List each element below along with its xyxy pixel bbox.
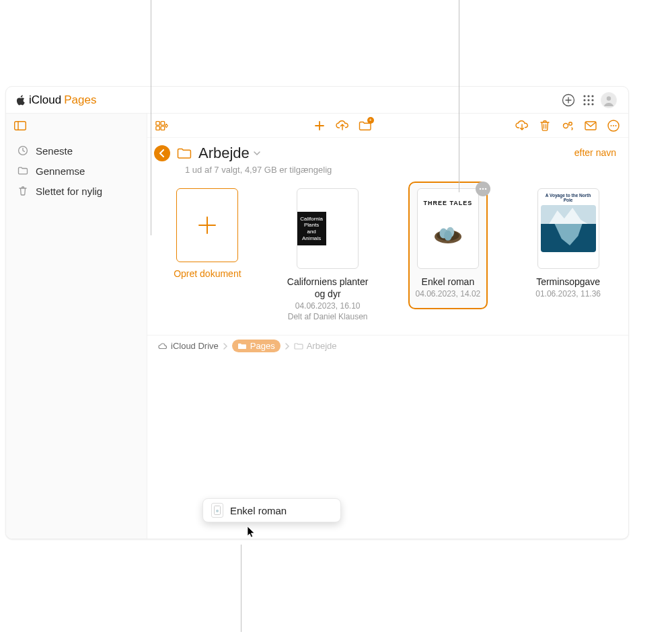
app-bar: iCloud Pages — [6, 87, 628, 114]
breadcrumb-current[interactable]: Arbejde — [294, 341, 337, 351]
breadcrumb-label: Arbejde — [307, 341, 337, 351]
document-card[interactable]: California Plants and Animals Californie… — [281, 188, 375, 321]
chevron-right-icon — [285, 343, 290, 350]
svg-point-19 — [564, 123, 568, 128]
plus-icon — [176, 188, 238, 262]
svg-point-4 — [583, 99, 585, 101]
toggle-sidebar-icon[interactable] — [14, 121, 26, 130]
svg-rect-12 — [15, 122, 26, 130]
svg-point-7 — [583, 103, 585, 105]
delete-button[interactable] — [538, 119, 552, 132]
apps-grid-button[interactable] — [578, 90, 599, 110]
back-button[interactable] — [154, 145, 170, 161]
document-thumbnail: THREE TALES — [417, 188, 479, 269]
svg-point-24 — [611, 125, 612, 126]
svg-point-26 — [615, 125, 617, 126]
sidebar-item-label: Gennemse — [36, 165, 85, 177]
breadcrumb-root[interactable]: iCloud Drive — [158, 341, 219, 351]
callout-line-back — [151, 0, 151, 235]
brand-pages: Pages — [64, 93, 96, 107]
svg-point-40 — [216, 510, 219, 512]
sort-button[interactable]: efter navn — [574, 147, 616, 158]
document-title: Terminsopgave — [536, 276, 600, 288]
folder-header: Arbejde — [147, 138, 628, 167]
breadcrumb-label: Pages — [250, 341, 275, 351]
sidebar-item-label: Seneste — [36, 145, 73, 157]
thumbnail-text: California Plants and Animals — [297, 212, 326, 245]
svg-point-27 — [480, 188, 482, 190]
svg-point-6 — [591, 99, 593, 101]
new-folder-button[interactable]: + — [359, 119, 372, 132]
breadcrumb-label: iCloud Drive — [171, 341, 219, 351]
trash-icon — [17, 185, 29, 197]
callout-line-breadcrumb — [241, 545, 241, 632]
folder-icon — [17, 165, 29, 177]
chevron-down-icon — [254, 151, 260, 156]
nest-icon — [431, 213, 465, 247]
item-more-button[interactable] — [476, 182, 490, 196]
svg-point-29 — [485, 188, 487, 190]
mouse-cursor-icon — [247, 526, 256, 538]
document-date: 04.06.2023, 14.02 — [415, 289, 480, 299]
document-title: Californiens planter og dyr — [281, 276, 375, 300]
svg-rect-17 — [156, 126, 159, 129]
document-grid: Opret dokument California Plants and Ani… — [147, 175, 628, 335]
document-date: 04.06.2023, 16.10 — [295, 301, 361, 311]
brand-icloud: iCloud — [29, 93, 61, 107]
chevron-right-icon — [223, 343, 228, 350]
svg-point-25 — [613, 125, 614, 126]
thumbnail-text: A Voyage to the North Pole — [541, 193, 596, 202]
folder-title: Arbejde — [198, 145, 250, 162]
folder-status: 1 ud af 7 valgt, 4,97 GB er tilgængelig — [185, 165, 628, 175]
sidebar: Seneste Gennemse Slettet for nylig — [6, 114, 147, 539]
drag-preview: Enkel roman — [202, 498, 341, 522]
email-button[interactable] — [584, 119, 597, 132]
share-button[interactable] — [561, 119, 574, 132]
document-thumbnail: California Plants and Animals — [297, 188, 359, 269]
svg-point-11 — [607, 96, 611, 100]
app-brand: iCloud Pages — [15, 93, 96, 107]
thumbnail-text: THREE TALES — [423, 200, 472, 206]
svg-point-1 — [583, 95, 585, 97]
svg-point-34 — [444, 231, 452, 241]
add-circle-button[interactable] — [558, 90, 578, 110]
callout-line-more — [459, 0, 459, 192]
new-document-button[interactable] — [313, 119, 326, 132]
upload-button[interactable] — [336, 119, 349, 132]
document-shared-by: Delt af Daniel Klausen — [288, 312, 368, 321]
svg-rect-18 — [161, 126, 164, 129]
breadcrumb-pages[interactable]: Pages — [232, 340, 281, 352]
breadcrumb-bar: iCloud Drive Pages — [147, 335, 628, 356]
clock-icon — [17, 145, 29, 157]
svg-rect-15 — [156, 121, 159, 124]
sidebar-item-recents[interactable]: Seneste — [11, 141, 141, 161]
document-title: Enkel roman — [422, 276, 475, 288]
svg-point-28 — [482, 188, 484, 190]
svg-point-21 — [563, 124, 564, 124]
folder-icon — [237, 342, 247, 351]
content-area: + — [147, 114, 628, 539]
document-thumbnail: A Voyage to the North Pole — [537, 188, 599, 269]
create-document-card[interactable]: Opret dokument — [161, 188, 254, 280]
more-button[interactable] — [607, 119, 620, 132]
account-avatar[interactable] — [599, 90, 619, 110]
sidebar-item-recently-deleted[interactable]: Slettet for nylig — [11, 181, 141, 201]
app-window: iCloud Pages — [5, 86, 629, 539]
drag-preview-label: Enkel roman — [230, 505, 287, 516]
sidebar-item-browse[interactable]: Gennemse — [11, 161, 141, 181]
folder-name-dropdown[interactable]: Arbejde — [198, 145, 260, 162]
view-mode-button[interactable] — [155, 119, 169, 132]
svg-point-5 — [587, 99, 589, 101]
content-toolbar: + — [147, 114, 628, 138]
document-card-selected[interactable]: THREE TALES Enkel roman 04.06.2023, 14.0… — [402, 188, 495, 299]
svg-point-20 — [569, 122, 572, 125]
document-date: 01.06.2023, 11.36 — [535, 289, 601, 299]
svg-point-3 — [591, 95, 593, 97]
svg-point-2 — [587, 95, 589, 97]
download-button[interactable] — [515, 119, 529, 132]
svg-rect-16 — [161, 121, 164, 124]
document-card[interactable]: A Voyage to the North Pole Terminsopgave… — [521, 188, 615, 299]
sidebar-item-label: Slettet for nylig — [36, 186, 102, 197]
folder-icon — [294, 342, 303, 351]
folder-icon — [177, 146, 192, 161]
